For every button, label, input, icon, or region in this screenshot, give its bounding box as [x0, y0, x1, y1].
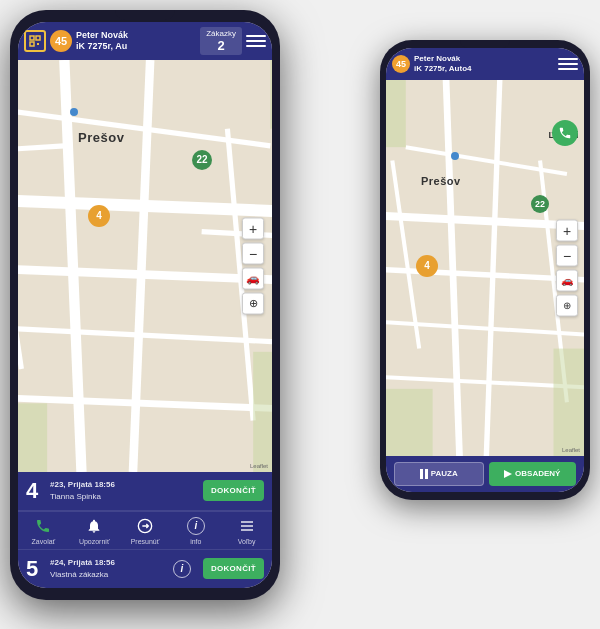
svg-rect-33 — [253, 351, 272, 471]
front-phone-notch — [115, 10, 175, 20]
back-target-btn[interactable]: ⊕ — [556, 294, 578, 316]
info-icon: i — [186, 516, 206, 536]
order-1-row: 4 #23, Prijatá 18:56 Tianna Spinka DOKON… — [18, 472, 272, 511]
order-2-finish-btn[interactable]: DOKONČIŤ — [203, 558, 264, 579]
back-marker-22: 22 — [531, 195, 549, 213]
front-map-svg — [18, 60, 272, 472]
move-label: Presunúť — [131, 538, 160, 545]
back-zoom-out[interactable]: − — [556, 244, 578, 266]
back-header-bar: 45 Peter Novák iK 7275r, Auto4 — [386, 48, 584, 80]
front-city-label: Prešov — [78, 130, 124, 145]
svg-rect-35 — [270, 60, 272, 129]
front-map-area: Prešov 4 22 + − 🚗 ⊕ — [18, 60, 272, 472]
front-map-controls: + − 🚗 ⊕ — [242, 217, 264, 314]
order-2-row: 5 #24, Prijatá 18:56 Vlastná zákazka i D… — [18, 550, 272, 588]
move-icon — [135, 516, 155, 536]
action-info[interactable]: i info — [170, 512, 221, 549]
back-phone-screen: 45 Peter Novák iK 7275r, Auto4 — [386, 48, 584, 492]
svg-rect-14 — [425, 469, 428, 479]
back-map-area: Prešov Ľuboti 4 22 + − — [386, 80, 584, 456]
scan-icon[interactable] — [24, 30, 46, 52]
action-alert[interactable]: Upozorniť — [69, 512, 120, 549]
alert-label: Upozorniť — [79, 538, 110, 545]
back-phone-notch — [460, 40, 510, 48]
back-bottom-bar: PAUZA OBSADENÝ — [386, 456, 584, 492]
svg-rect-17 — [36, 36, 40, 40]
back-driver-badge: 45 — [392, 55, 410, 73]
svg-rect-39 — [241, 529, 253, 530]
order-1-finish-btn[interactable]: DOKONČIŤ — [203, 480, 264, 501]
svg-rect-11 — [553, 348, 584, 455]
svg-rect-16 — [30, 36, 34, 40]
action-options[interactable]: Voľby — [221, 512, 272, 549]
order-1-number: 4 — [26, 478, 44, 504]
svg-rect-13 — [420, 469, 423, 479]
phone-front: 45 Peter Novák iK 7275r, Au Zákazky 2 — [10, 10, 280, 600]
back-driver-info: Peter Novák iK 7275r, Auto4 — [414, 54, 554, 73]
svg-rect-12 — [386, 388, 433, 455]
back-gps-dot — [451, 152, 459, 160]
info-label: info — [190, 538, 201, 545]
front-zoom-in[interactable]: + — [242, 217, 264, 239]
front-gps-dot — [70, 108, 78, 116]
svg-marker-15 — [504, 470, 512, 478]
svg-rect-37 — [241, 521, 253, 522]
front-orders-count: Zákazky 2 — [200, 27, 242, 55]
order-2-info-icon[interactable]: i — [173, 560, 191, 578]
svg-rect-10 — [386, 80, 406, 147]
phone-back: 45 Peter Novák iK 7275r, Auto4 — [380, 40, 590, 500]
back-menu-icon[interactable] — [558, 54, 578, 74]
front-car-btn[interactable]: 🚗 — [242, 267, 264, 289]
back-map-controls: + − 🚗 ⊕ — [556, 219, 578, 316]
svg-rect-18 — [30, 42, 34, 46]
front-phone-screen: 45 Peter Novák iK 7275r, Au Zákazky 2 — [18, 22, 272, 588]
svg-rect-38 — [241, 525, 253, 526]
front-target-btn[interactable]: ⊕ — [242, 292, 264, 314]
back-call-fab[interactable] — [552, 120, 578, 146]
options-icon — [237, 516, 257, 536]
back-zoom-in[interactable]: + — [556, 219, 578, 241]
front-header-bar: 45 Peter Novák iK 7275r, Au Zákazky 2 — [18, 22, 272, 60]
action-bar: Zavolať Upozorniť — [18, 511, 272, 550]
options-label: Voľby — [238, 538, 256, 545]
action-call[interactable]: Zavolať — [18, 512, 69, 549]
call-icon — [33, 516, 53, 536]
front-driver-info: Peter Novák iK 7275r, Au — [76, 30, 196, 52]
scene: 45 Peter Novák iK 7275r, Auto4 — [10, 10, 590, 620]
front-leaflet-label: Leaflet — [250, 463, 268, 469]
back-marker-4: 4 — [416, 255, 438, 277]
front-marker-4: 4 — [88, 205, 110, 227]
orders-label: Zákazky — [206, 29, 236, 38]
order-2-number: 5 — [26, 556, 44, 582]
call-label: Zavolať — [32, 538, 56, 545]
back-city-label: Prešov — [421, 175, 461, 187]
order-1-info: #23, Prijatá 18:56 Tianna Spinka — [50, 479, 197, 501]
order-2-info: #24, Prijatá 18:56 Vlastná zákazka — [50, 557, 167, 579]
svg-rect-34 — [18, 403, 47, 472]
busy-button[interactable]: OBSADENÝ — [489, 462, 577, 486]
back-leaflet-label: Leaflet — [562, 447, 580, 453]
front-bottom-panel: 4 #23, Prijatá 18:56 Tianna Spinka DOKON… — [18, 472, 272, 588]
front-marker-22: 22 — [192, 150, 212, 170]
pause-button[interactable]: PAUZA — [394, 462, 484, 486]
bell-icon — [84, 516, 104, 536]
svg-rect-19 — [37, 43, 39, 45]
action-move[interactable]: Presunúť — [120, 512, 171, 549]
front-driver-badge: 45 — [50, 30, 72, 52]
front-zoom-out[interactable]: − — [242, 242, 264, 264]
back-car-btn[interactable]: 🚗 — [556, 269, 578, 291]
front-menu-icon[interactable] — [246, 31, 266, 51]
